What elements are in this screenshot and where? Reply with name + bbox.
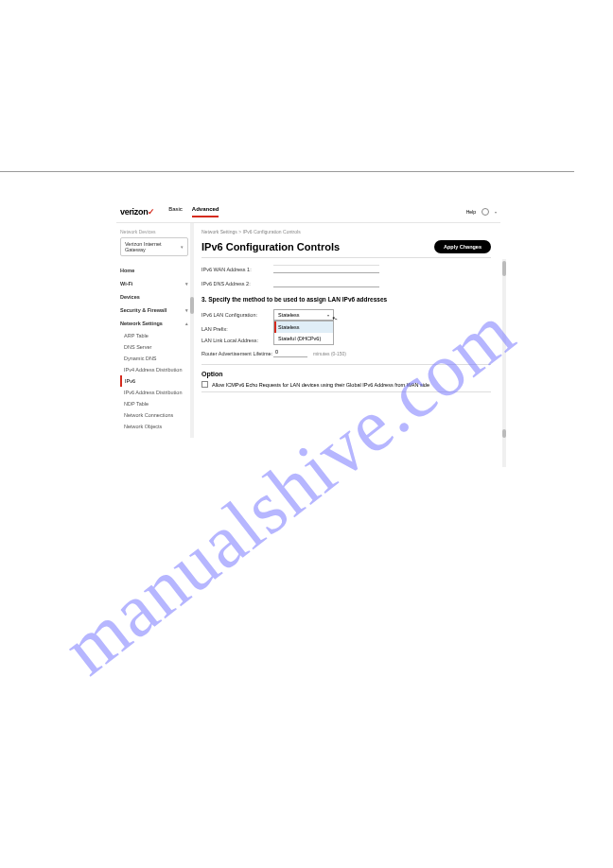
row-ipv6-addr2: IPv6 DNS Address 2: xyxy=(201,276,491,290)
lan-config-dropdown[interactable]: Stateless ▾ ↖ Stateless Stateful (DHCPv6… xyxy=(273,309,334,321)
dropdown-opt-stateful[interactable]: Stateful (DHCPv6) xyxy=(274,333,333,344)
sidebar-sub-dns[interactable]: DNS Server xyxy=(120,341,188,353)
sidebar-item-wifi[interactable]: Wi-Fi▾ xyxy=(120,277,188,290)
tab-advanced[interactable]: Advanced xyxy=(192,206,219,217)
chevron-down-icon: ▾ xyxy=(495,210,497,215)
option-checkbox[interactable] xyxy=(201,381,208,388)
option-heading: Option xyxy=(201,371,491,377)
help-link[interactable]: Help xyxy=(466,209,476,215)
dropdown-menu: Stateless Stateful (DHCPv6) xyxy=(273,321,334,345)
router-admin-screenshot: verizon✓ Basic Advanced Help ▾ Network D… xyxy=(116,206,500,471)
page-title: IPv6 Configuration Controls xyxy=(201,241,340,252)
title-row: IPv6 Configuration Controls Apply Change… xyxy=(201,240,491,253)
row-lan-link: LAN Link Local Address: xyxy=(201,335,491,346)
gear-icon[interactable] xyxy=(482,208,489,216)
sidebar-sub-ipv6[interactable]: IPv6 xyxy=(120,375,188,387)
dropdown-opt-stateless[interactable]: Stateless xyxy=(274,321,333,333)
section-heading-3: 3. Specify the method to be used to assi… xyxy=(201,296,491,303)
sidebar-sub-ipv6dist[interactable]: IPv6 Address Distribution xyxy=(120,387,188,398)
sidebar-item-network[interactable]: Network Settings▴ xyxy=(120,317,188,330)
sidebar-item-home[interactable]: Home xyxy=(120,264,188,277)
row-ipv6-addr1: IPv6 WAN Address 1: xyxy=(201,262,491,276)
brand-logo: verizon✓ xyxy=(120,207,155,217)
sidebar-sub-netconn[interactable]: Network Connections xyxy=(120,409,188,421)
label-lan-link: LAN Link Local Address: xyxy=(201,338,273,343)
sidebar-sub-arp[interactable]: ARP Table xyxy=(120,330,188,341)
row-lan-prefix: LAN Prefix: xyxy=(201,323,491,335)
main-scroll-thumb-bottom[interactable] xyxy=(502,429,506,438)
page-divider xyxy=(0,171,574,172)
dropdown-value: Stateless xyxy=(278,312,300,318)
header-right: Help ▾ xyxy=(466,208,497,216)
breadcrumb: Network Settings > IPv6 Configuration Co… xyxy=(201,229,491,234)
row-lan-config: IPv6 LAN Configuration: Stateless ▾ ↖ St… xyxy=(201,306,491,323)
sidebar-sub-ndp[interactable]: NDP Table xyxy=(120,398,188,409)
divider xyxy=(201,391,491,392)
sidebar-item-security[interactable]: Security & Firewall▾ xyxy=(120,304,188,317)
dropdown-selected[interactable]: Stateless ▾ xyxy=(273,309,334,321)
sidebar-section-label: Network Devices xyxy=(120,229,188,234)
input-addr1[interactable] xyxy=(273,265,379,273)
device-select[interactable]: Verizon Internet Gateway ▾ xyxy=(120,237,188,256)
sidebar-sub-netobj[interactable]: Network Objects xyxy=(120,421,188,432)
router-header: verizon✓ Basic Advanced Help ▾ xyxy=(116,206,500,223)
label-lan-config: IPv6 LAN Configuration: xyxy=(201,312,273,318)
sidebar: Network Devices Verizon Internet Gateway… xyxy=(116,223,192,438)
label-addr2: IPv6 DNS Address 2: xyxy=(201,281,273,286)
input-addr2[interactable] xyxy=(273,279,379,287)
divider xyxy=(201,364,491,365)
label-router-ad: Router Advertisement Lifetime: xyxy=(201,351,273,356)
main-scroll-thumb[interactable] xyxy=(502,261,506,276)
chevron-down-icon: ▾ xyxy=(327,313,329,318)
apply-changes-button[interactable]: Apply Changes xyxy=(434,240,491,253)
chevron-down-icon: ▾ xyxy=(185,281,188,286)
sidebar-sub-ddns[interactable]: Dynamic DNS xyxy=(120,353,188,364)
device-select-value: Verizon Internet Gateway xyxy=(125,241,181,252)
main-content: Network Settings > IPv6 Configuration Co… xyxy=(192,223,500,438)
label-lan-prefix: LAN Prefix: xyxy=(201,326,273,332)
tab-basic[interactable]: Basic xyxy=(168,206,183,217)
option-label: Allow ICMPv6 Echo Requests for LAN devic… xyxy=(212,382,429,388)
label-router-unit: minutes (0-150) xyxy=(313,351,346,356)
divider xyxy=(201,257,491,258)
header-tabs: Basic Advanced xyxy=(168,206,219,217)
chevron-down-icon: ▾ xyxy=(181,244,184,250)
label-addr1: IPv6 WAN Address 1: xyxy=(201,267,273,272)
sidebar-item-devices[interactable]: Devices xyxy=(120,290,188,304)
chevron-up-icon: ▴ xyxy=(185,321,188,326)
option-row: Allow ICMPv6 Echo Requests for LAN devic… xyxy=(201,381,491,388)
row-router-ad: Router Advertisement Lifetime: 0 minutes… xyxy=(201,346,491,360)
sidebar-sub-ipv4[interactable]: IPv4 Address Distribution xyxy=(120,364,188,375)
input-router-ad[interactable]: 0 xyxy=(273,349,307,357)
chevron-down-icon: ▾ xyxy=(185,307,188,313)
router-body: Network Devices Verizon Internet Gateway… xyxy=(116,223,500,438)
